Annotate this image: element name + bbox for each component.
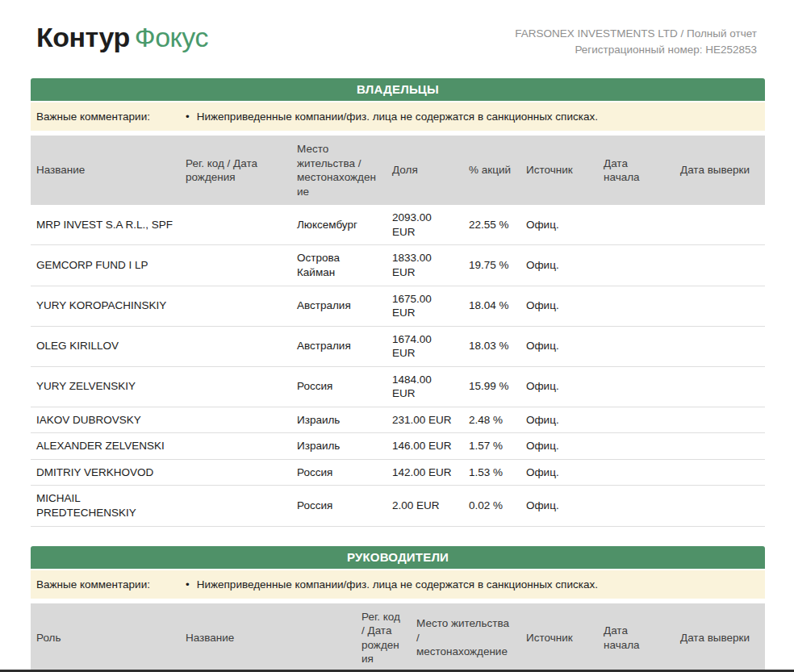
table-cell xyxy=(180,366,291,407)
table-cell: ALEXANDER ZELVENSKI xyxy=(31,433,180,460)
table-cell: Офиц. xyxy=(520,245,598,286)
table-cell xyxy=(180,407,291,433)
column-header: Дата начала xyxy=(598,603,675,672)
table-cell: 19.75 % xyxy=(463,245,520,286)
column-header: Название xyxy=(180,603,356,672)
table-cell xyxy=(180,459,291,486)
managers-table-header: РольНазваниеРег. код / Дата рожденияМест… xyxy=(31,603,765,672)
table-cell: 22.55 % xyxy=(463,205,520,245)
table-row: DMITRIY VERKHOVODРоссия142.00 EUR1.53 %О… xyxy=(31,459,765,486)
table-cell xyxy=(675,486,765,526)
column-header: Название xyxy=(31,136,180,205)
table-cell: YURY KOROPACHINSKIY xyxy=(31,286,180,326)
table-cell: 1.53 % xyxy=(463,459,520,486)
page-header: КонтурФокус FARSONEX INVESTMENTS LTD / П… xyxy=(0,0,794,57)
table-cell: 146.00 EUR xyxy=(387,433,463,460)
table-cell xyxy=(598,459,675,486)
table-cell: 1.57 % xyxy=(463,433,520,460)
table-cell xyxy=(180,245,291,286)
column-header: Дата выверки xyxy=(675,603,765,672)
table-cell: Офиц. xyxy=(520,286,598,326)
table-cell: 0.02 % xyxy=(463,486,520,526)
table-cell xyxy=(675,326,765,366)
column-header: Дата выверки xyxy=(675,136,765,205)
table-row: OLEG KIRILLOVАвстралия1674.00 EUR18.03 %… xyxy=(31,326,765,366)
report-meta: FARSONEX INVESTMENTS LTD / Полный отчет … xyxy=(515,22,757,57)
owners-table-header: НазваниеРег. код / Дата рожденияМесто жи… xyxy=(31,136,765,205)
comments-list: Нижеприведенные компании/физ. лица не со… xyxy=(186,111,598,123)
table-cell: Израиль xyxy=(291,407,387,433)
table-cell: Россия xyxy=(291,366,387,407)
table-cell xyxy=(180,486,291,526)
table-cell: MICHAIL PREDTECHENSKIY xyxy=(31,486,180,526)
owners-comments-row: Важные комментарии: Нижеприведенные комп… xyxy=(31,102,765,131)
table-cell: Офиц. xyxy=(520,205,598,245)
column-header: Место жительства / местонахождение xyxy=(291,136,387,205)
table-cell: 2.00 EUR xyxy=(387,486,463,526)
table-cell: DMITRIY VERKHOVOD xyxy=(31,459,180,486)
table-cell xyxy=(598,245,675,286)
column-header: % акций xyxy=(463,136,520,205)
comments-label: Важные комментарии: xyxy=(36,111,186,123)
table-cell: 231.00 EUR xyxy=(387,407,463,433)
table-cell: Офиц. xyxy=(520,486,598,526)
table-cell: Офиц. xyxy=(520,407,598,433)
table-cell: 18.04 % xyxy=(463,286,520,326)
managers-table: РольНазваниеРег. код / Дата рожденияМест… xyxy=(31,603,765,672)
table-cell: Острова Кайман xyxy=(291,245,387,286)
table-cell: OLEG KIRILLOV xyxy=(31,326,180,366)
comment-item: Нижеприведенные компании/физ. лица не со… xyxy=(186,578,598,591)
registration-number: Регистрационный номер: HE252853 xyxy=(515,42,757,58)
table-row: YURY KOROPACHINSKIYАвстралия1675.00 EUR1… xyxy=(31,286,765,326)
table-cell: Офиц. xyxy=(520,366,598,407)
report-title: FARSONEX INVESTMENTS LTD / Полный отчет xyxy=(515,26,757,42)
column-header: Роль xyxy=(31,603,180,672)
table-row: MRP INVEST S.A R.L., SPFЛюксембург2093.0… xyxy=(31,205,765,245)
table-cell xyxy=(180,433,291,460)
table-cell: 2093.00 EUR xyxy=(387,205,463,245)
table-cell: 1675.00 EUR xyxy=(387,286,463,326)
table-cell xyxy=(675,286,765,326)
managers-section-title: РУКОВОДИТЕЛИ xyxy=(31,546,765,569)
table-cell: Израиль xyxy=(291,433,387,460)
table-cell: YURY ZELVENSKIY xyxy=(31,366,180,407)
table-row: YURY ZELVENSKIYРоссия1484.00 EUR15.99 %О… xyxy=(31,366,765,407)
table-cell: Австралия xyxy=(291,286,387,326)
table-cell: 1484.00 EUR xyxy=(387,366,463,407)
table-cell: Офиц. xyxy=(520,459,598,486)
column-header: Рег. код / Дата рождения xyxy=(356,603,411,672)
column-header: Источник xyxy=(520,603,598,672)
table-row: GEMCORP FUND I LPОстрова Кайман1833.00 E… xyxy=(31,245,765,286)
owners-table: НазваниеРег. код / Дата рожденияМесто жи… xyxy=(31,136,765,526)
owners-table-body: MRP INVEST S.A R.L., SPFЛюксембург2093.0… xyxy=(31,205,765,526)
table-cell: MRP INVEST S.A R.L., SPF xyxy=(31,205,180,245)
table-cell: 1674.00 EUR xyxy=(387,326,463,366)
table-cell xyxy=(598,326,675,366)
table-cell: Австралия xyxy=(291,326,387,366)
table-cell: 2.48 % xyxy=(463,407,520,433)
table-cell xyxy=(675,245,765,286)
table-cell: 18.03 % xyxy=(463,326,520,366)
comments-label: Важные комментарии: xyxy=(36,578,186,591)
table-cell xyxy=(598,433,675,460)
table-cell xyxy=(180,326,291,366)
table-cell: IAKOV DUBROVSKY xyxy=(31,407,180,433)
kontur-focus-logo: КонтурФокус xyxy=(36,22,208,53)
table-cell: GEMCORP FUND I LP xyxy=(31,245,180,286)
table-cell: Офиц. xyxy=(520,433,598,460)
table-cell: Люксембург xyxy=(291,205,387,245)
column-header: Место жительства / местонахождение xyxy=(411,603,520,672)
logo-kontur-text: Контур xyxy=(36,22,130,52)
table-row: MICHAIL PREDTECHENSKIYРоссия2.00 EUR0.02… xyxy=(31,486,765,526)
table-cell: 15.99 % xyxy=(463,366,520,407)
table-cell xyxy=(598,407,675,433)
managers-comments-row: Важные комментарии: Нижеприведенные комп… xyxy=(31,570,765,599)
table-cell: Россия xyxy=(291,459,387,486)
logo-focus-text: Фокус xyxy=(135,22,208,52)
table-cell: Офиц. xyxy=(520,326,598,366)
table-cell xyxy=(675,407,765,433)
comment-item: Нижеприведенные компании/физ. лица не со… xyxy=(186,111,598,123)
table-cell xyxy=(598,366,675,407)
table-cell: 142.00 EUR xyxy=(387,459,463,486)
table-header-row: РольНазваниеРег. код / Дата рожденияМест… xyxy=(31,603,765,672)
